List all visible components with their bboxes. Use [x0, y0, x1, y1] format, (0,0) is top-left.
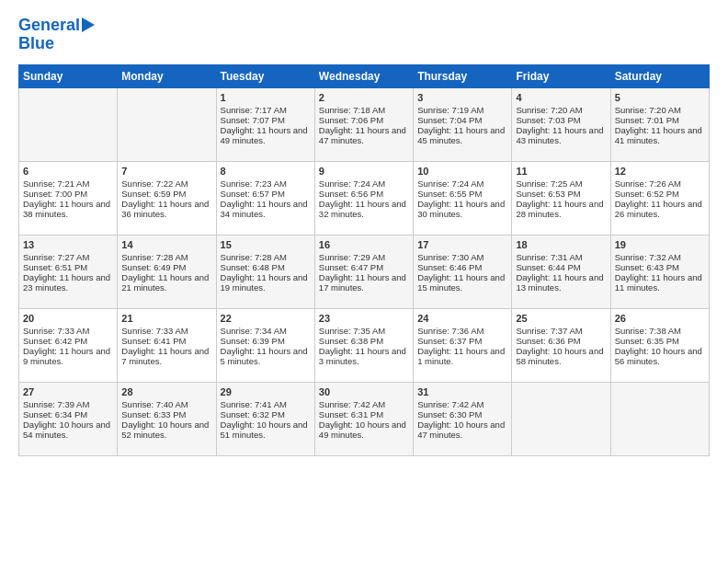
cell-text: Sunset: 6:31 PM [319, 409, 409, 419]
cell-text: Sunrise: 7:20 AM [516, 105, 606, 115]
header-saturday: Saturday [610, 64, 709, 87]
cell-2-1: 14Sunrise: 7:28 AMSunset: 6:49 PMDayligh… [118, 235, 216, 308]
cell-text: Sunset: 6:34 PM [23, 409, 113, 419]
cell-1-1: 7Sunrise: 7:22 AMSunset: 6:59 PMDaylight… [118, 161, 216, 235]
cell-4-1: 28Sunrise: 7:40 AMSunset: 6:33 PMDayligh… [118, 382, 216, 455]
cell-text: Daylight: 10 hours and 47 minutes. [417, 419, 507, 440]
cell-text: Daylight: 11 hours and 11 minutes. [615, 272, 705, 293]
cell-text: Sunset: 7:03 PM [516, 115, 606, 125]
header-sunday: Sunday [19, 64, 118, 87]
cell-text: Sunset: 6:48 PM [221, 262, 311, 272]
day-number: 11 [516, 166, 606, 177]
day-number: 10 [417, 166, 507, 177]
logo-arrow-icon [82, 17, 95, 32]
cell-3-0: 20Sunrise: 7:33 AMSunset: 6:42 PMDayligh… [19, 308, 118, 382]
cell-4-4: 31Sunrise: 7:42 AMSunset: 6:30 PMDayligh… [414, 382, 512, 455]
cell-text: Sunrise: 7:22 AM [121, 178, 211, 189]
cell-text: Sunset: 6:41 PM [121, 336, 211, 346]
cell-2-3: 16Sunrise: 7:29 AMSunset: 6:47 PMDayligh… [314, 235, 413, 308]
cell-text: Sunset: 6:33 PM [121, 409, 211, 419]
cell-text: Daylight: 10 hours and 49 minutes. [319, 419, 409, 440]
cell-1-6: 12Sunrise: 7:26 AMSunset: 6:52 PMDayligh… [610, 161, 709, 235]
cell-text: Sunrise: 7:29 AM [319, 252, 409, 262]
cell-text: Sunset: 6:49 PM [121, 262, 211, 272]
cell-text: Daylight: 11 hours and 49 minutes. [221, 125, 311, 145]
cell-0-1 [118, 87, 216, 161]
day-number: 17 [417, 239, 507, 250]
cell-text: Daylight: 10 hours and 56 minutes. [615, 346, 705, 366]
cell-text: Sunrise: 7:21 AM [23, 178, 113, 189]
cell-text: Daylight: 11 hours and 43 minutes. [516, 125, 606, 145]
cell-text: Sunrise: 7:35 AM [319, 326, 409, 336]
cell-text: Sunset: 6:39 PM [221, 336, 311, 346]
week-row-0: 1Sunrise: 7:17 AMSunset: 7:07 PMDaylight… [19, 87, 710, 161]
day-number: 27 [23, 386, 113, 397]
cell-3-3: 23Sunrise: 7:35 AMSunset: 6:38 PMDayligh… [314, 308, 413, 382]
day-number: 24 [417, 313, 507, 324]
day-number: 26 [615, 313, 705, 324]
cell-text: Sunrise: 7:42 AM [417, 399, 507, 409]
header-wednesday: Wednesday [314, 64, 413, 87]
cell-text: Sunset: 6:59 PM [121, 189, 211, 199]
logo-text: General [18, 17, 80, 35]
week-row-3: 20Sunrise: 7:33 AMSunset: 6:42 PMDayligh… [19, 308, 710, 382]
day-number: 7 [121, 166, 211, 177]
day-number: 4 [516, 92, 606, 103]
cell-text: Sunset: 6:47 PM [319, 262, 409, 272]
cell-text: Sunrise: 7:23 AM [221, 178, 311, 189]
cell-text: Sunset: 7:06 PM [319, 115, 409, 125]
day-number: 15 [221, 239, 311, 250]
logo-blue-text: Blue [18, 35, 54, 53]
day-number: 16 [319, 239, 409, 250]
cell-text: Sunrise: 7:17 AM [221, 105, 311, 115]
cell-text: Daylight: 10 hours and 58 minutes. [516, 346, 606, 366]
cell-text: Daylight: 10 hours and 51 minutes. [221, 419, 311, 440]
cell-0-4: 3Sunrise: 7:19 AMSunset: 7:04 PMDaylight… [414, 87, 512, 161]
cell-text: Sunset: 6:32 PM [221, 409, 311, 419]
cell-text: Sunrise: 7:18 AM [319, 105, 409, 115]
cell-text: Sunset: 7:04 PM [417, 115, 507, 125]
cell-text: Daylight: 10 hours and 52 minutes. [121, 419, 211, 440]
header: General Blue [18, 17, 710, 53]
cell-text: Sunset: 7:07 PM [221, 115, 311, 125]
logo: General Blue [18, 17, 95, 53]
cell-text: Sunrise: 7:27 AM [23, 252, 113, 262]
cell-text: Sunset: 6:36 PM [516, 336, 606, 346]
cell-text: Daylight: 11 hours and 23 minutes. [23, 272, 113, 293]
day-number: 21 [121, 313, 211, 324]
header-tuesday: Tuesday [216, 64, 314, 87]
header-thursday: Thursday [414, 64, 512, 87]
cell-0-5: 4Sunrise: 7:20 AMSunset: 7:03 PMDaylight… [512, 87, 610, 161]
cell-text: Daylight: 11 hours and 3 minutes. [319, 346, 409, 366]
cell-text: Sunset: 6:53 PM [516, 189, 606, 199]
header-monday: Monday [118, 64, 216, 87]
cell-text: Daylight: 11 hours and 5 minutes. [221, 346, 311, 366]
week-row-1: 6Sunrise: 7:21 AMSunset: 7:00 PMDaylight… [19, 161, 710, 235]
cell-3-5: 25Sunrise: 7:37 AMSunset: 6:36 PMDayligh… [512, 308, 610, 382]
cell-text: Daylight: 11 hours and 41 minutes. [615, 125, 705, 145]
day-number: 1 [221, 92, 311, 103]
cell-text: Daylight: 11 hours and 36 minutes. [121, 199, 211, 219]
cell-text: Sunrise: 7:32 AM [615, 252, 705, 262]
week-row-4: 27Sunrise: 7:39 AMSunset: 6:34 PMDayligh… [19, 382, 710, 455]
cell-text: Daylight: 11 hours and 1 minute. [417, 346, 507, 366]
cell-3-6: 26Sunrise: 7:38 AMSunset: 6:35 PMDayligh… [610, 308, 709, 382]
cell-2-4: 17Sunrise: 7:30 AMSunset: 6:46 PMDayligh… [414, 235, 512, 308]
cell-text: Sunset: 6:37 PM [417, 336, 507, 346]
cell-2-6: 19Sunrise: 7:32 AMSunset: 6:43 PMDayligh… [610, 235, 709, 308]
cell-text: Sunrise: 7:41 AM [221, 399, 311, 409]
cell-0-0 [19, 87, 118, 161]
cell-1-5: 11Sunrise: 7:25 AMSunset: 6:53 PMDayligh… [512, 161, 610, 235]
cell-text: Sunrise: 7:33 AM [23, 326, 113, 336]
day-number: 9 [319, 166, 409, 177]
cell-text: Daylight: 11 hours and 21 minutes. [121, 272, 211, 293]
cell-1-4: 10Sunrise: 7:24 AMSunset: 6:55 PMDayligh… [414, 161, 512, 235]
day-number: 12 [615, 166, 705, 177]
cell-text: Sunset: 6:46 PM [417, 262, 507, 272]
day-number: 22 [221, 313, 311, 324]
cell-text: Sunrise: 7:28 AM [121, 252, 211, 262]
cell-text: Sunset: 6:51 PM [23, 262, 113, 272]
cell-2-0: 13Sunrise: 7:27 AMSunset: 6:51 PMDayligh… [19, 235, 118, 308]
cell-text: Sunrise: 7:30 AM [417, 252, 507, 262]
cell-0-6: 5Sunrise: 7:20 AMSunset: 7:01 PMDaylight… [610, 87, 709, 161]
